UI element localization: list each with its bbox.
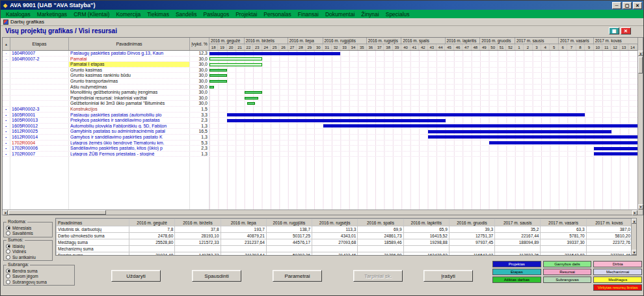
gantt-row[interactable]: Pagrindiniai resursai: Inkariniai varžta… — [3, 96, 637, 101]
document-tab[interactable]: Darbų grafikas — [1, 18, 643, 26]
menu-item-crm-klientai[interactable]: CRM (Klientai) — [70, 11, 113, 18]
summary-column-header[interactable]: 2017 m. vasaris — [541, 219, 586, 226]
scroll-track[interactable] — [632, 224, 636, 250]
gantt-bar-project[interactable] — [209, 52, 340, 55]
menu-item-inynai[interactable]: Žinynai — [358, 11, 382, 18]
radio-option-bendra-suma[interactable]: Bendra suma — [6, 268, 72, 274]
gantt-row[interactable]: Gelžbetoniniai iki 3m3 ūkio pamatai "Bit… — [3, 101, 637, 107]
radio-option-subrangov-suma[interactable]: Subrangovų suma — [6, 279, 72, 285]
menu-item-sand-lis[interactable]: Sandėlis — [172, 11, 200, 18]
gantt-bar-project[interactable] — [428, 130, 611, 133]
menu-item-komercija[interactable]: Komercija — [113, 11, 144, 18]
radio-option-vidin-s[interactable]: Vidinės — [6, 249, 50, 255]
gantt-bar-task[interactable] — [245, 91, 262, 94]
gantt-row[interactable]: ▪1702R0007Lytagros ŽŪB Fermos priestatas… — [3, 152, 637, 157]
summary-row[interactable]: Bendra suma31934,48149762,73311297,64502… — [57, 252, 632, 256]
scroll-left-icon[interactable]: ◄ — [3, 210, 8, 215]
radio-option-i-laid[interactable]: Išlaidų — [6, 243, 50, 249]
horizontal-scroll-thumb[interactable] — [8, 210, 106, 215]
summary-column-header[interactable]: 2016 m. birželis — [175, 219, 221, 226]
scroll-down-icon[interactable]: ▼ — [632, 250, 637, 255]
gantt-bar-project[interactable] — [428, 135, 637, 139]
gantt-row[interactable]: ▪1612R00014Gamybos ir sandėliavimo paski… — [3, 135, 637, 141]
radio-option-su-antkainiu[interactable]: Su antkainiu — [6, 254, 50, 260]
gantt-row[interactable]: -1604R0007-2Pamatai30,0 — [3, 57, 637, 62]
gantt-row[interactable]: ▪1605R00013Prekybos paskirties ir sandėl… — [3, 118, 637, 124]
scroll-right-icon[interactable]: ► — [632, 210, 637, 215]
gantt-row[interactable]: Grunto transportavimas30,0 — [3, 79, 637, 85]
summary-row[interactable]: Medžiagų suma25528,80121572,33231237,644… — [57, 239, 632, 246]
menu-item-personalas[interactable]: Personalas — [260, 11, 295, 18]
menu-item-paslaugos[interactable]: Paslaugos — [200, 11, 233, 18]
menu-item-marketingas[interactable]: Marketingas — [34, 11, 70, 18]
radio-option-savom-j-gom[interactable]: Savom jėgom — [6, 274, 72, 280]
gantt-bar-stage[interactable] — [209, 63, 262, 66]
summary-column-header[interactable]: 2017 m. sausis — [495, 219, 541, 226]
gantt-row[interactable]: Grunto kasimas30,0 — [3, 68, 637, 74]
close-button[interactable]: ✕ — [633, 2, 642, 9]
menu-item-dokumentai[interactable]: Dokumentai — [322, 11, 358, 18]
maximize-button[interactable]: ▢ — [623, 2, 632, 9]
column-header-pavadinimas[interactable]: Pavadinimas — [69, 38, 190, 50]
gantt-bar-task[interactable] — [209, 74, 227, 77]
gantt-row[interactable]: ▪1612R00025Gamybinis pastatas su adminis… — [3, 129, 637, 135]
gantt-bar-stage[interactable] — [209, 57, 262, 61]
gantt-row[interactable]: ▪1702R0004Lytagros žemės ūkio bendrovė T… — [3, 141, 637, 146]
summary-vertical-scrollbar[interactable]: ▲ ▼ — [631, 219, 636, 255]
summary-column-header[interactable]: 2016 m. gegužė — [129, 219, 175, 226]
gantt-row[interactable]: Ašių nužymėjimas30,0 — [3, 85, 637, 90]
scroll-down-icon[interactable]: ▼ — [638, 204, 643, 209]
gantt-bar-project[interactable] — [227, 119, 446, 122]
button-parametrai[interactable]: Parametrai — [273, 270, 322, 282]
gantt-bar-project[interactable] — [489, 141, 637, 144]
gantt-vertical-scrollbar[interactable]: ▲ ▼ — [637, 51, 643, 209]
gantt-row[interactable]: ▪1605R00012Automobilių plovykla Fabijoni… — [3, 124, 637, 129]
summary-column-header[interactable]: 2016 m. rugpjūtis — [266, 219, 312, 226]
summary-column-header[interactable]: 2016 m. liepa — [221, 219, 266, 226]
gantt-horizontal-scrollbar[interactable]: ◄ ► — [3, 209, 637, 215]
gantt-bar-project[interactable] — [323, 124, 637, 128]
scroll-track[interactable] — [638, 74, 643, 204]
button-spausdinti[interactable]: Spausdinti — [192, 270, 241, 282]
summary-column-header[interactable]: 2016 m. rugsėjis — [312, 219, 358, 226]
radio-option-savait-mis[interactable]: Savaitėmis — [6, 231, 50, 237]
gantt-bar-task[interactable] — [247, 102, 255, 105]
scroll-up-icon[interactable]: ▲ — [638, 51, 643, 56]
close-view-button[interactable]: ✕ — [621, 27, 631, 34]
column-header-etapas[interactable]: Etapas — [10, 38, 69, 50]
menu-item-projektai[interactable]: Projektai — [232, 11, 260, 18]
scroll-up-icon[interactable]: ▲ — [632, 219, 637, 224]
gantt-bar-task[interactable] — [245, 97, 258, 100]
menu-item-finansai[interactable]: Finansai — [295, 11, 322, 18]
gantt-bar-project[interactable] — [227, 113, 585, 116]
gantt-bar-task[interactable] — [209, 80, 227, 83]
summary-column-header[interactable]: 2016 m. lapkritis — [403, 219, 449, 226]
gantt-bar-task[interactable] — [209, 69, 227, 72]
scroll-track[interactable] — [107, 210, 632, 215]
button-ra-yti[interactable]: Įrašyti — [423, 270, 473, 282]
gantt-bar-project[interactable] — [594, 147, 637, 150]
gantt-row[interactable]: Grunto kasimas rankiniu būdu30,0 — [3, 73, 637, 79]
vertical-scroll-thumb[interactable] — [638, 57, 643, 74]
gantt-row[interactable]: -1604R0007Paslaugų paskirties pastato Di… — [3, 51, 637, 57]
summary-row[interactable]: Vidutinis sk. darbuotojų7,837,8193,7138,… — [57, 226, 632, 233]
summary-row[interactable]: Darbo užmokesčio suma2478,6028193,104087… — [57, 233, 632, 239]
gantt-row[interactable]: Pamatai I etapas30,0 — [3, 62, 637, 68]
menu-item-katalogas[interactable]: Katalogas — [3, 11, 34, 18]
summary-column-header[interactable]: 2016 m. spalis — [358, 219, 403, 226]
gantt-row[interactable]: ▪1605R0001Paslaugų paskirties pastatas (… — [3, 113, 637, 118]
gantt-bar-project[interactable] — [594, 152, 637, 155]
gantt-row[interactable]: Monolitinių gelžbetoninių pamatų įrengim… — [3, 90, 637, 96]
summary-column-header[interactable]: 2017 m. kovas — [586, 219, 632, 226]
gantt-row[interactable]: ▪1604R0002-3Konstrukcijos1,5 — [3, 107, 637, 113]
radio-option-m-nesiais[interactable]: Mėnesiais — [6, 225, 50, 231]
column-header-ivykd[interactable]: Įvykd. % — [190, 38, 209, 50]
restore-view-button[interactable]: ▦ — [609, 27, 619, 34]
gantt-bar-task[interactable] — [209, 86, 214, 88]
menu-item-tiekimas[interactable]: Tiekimas — [144, 11, 172, 18]
summary-column-header[interactable]: 2016 m. gruodis — [449, 219, 494, 226]
menu-item-specialus[interactable]: Specialus — [382, 11, 413, 18]
gantt-row[interactable]: ▪1702R00006Sandėliavimo paskirties pasta… — [3, 146, 637, 152]
summary-row[interactable]: Mechanizmų suma — [57, 246, 632, 252]
button-u-daryti[interactable]: Uždaryti — [111, 270, 161, 282]
